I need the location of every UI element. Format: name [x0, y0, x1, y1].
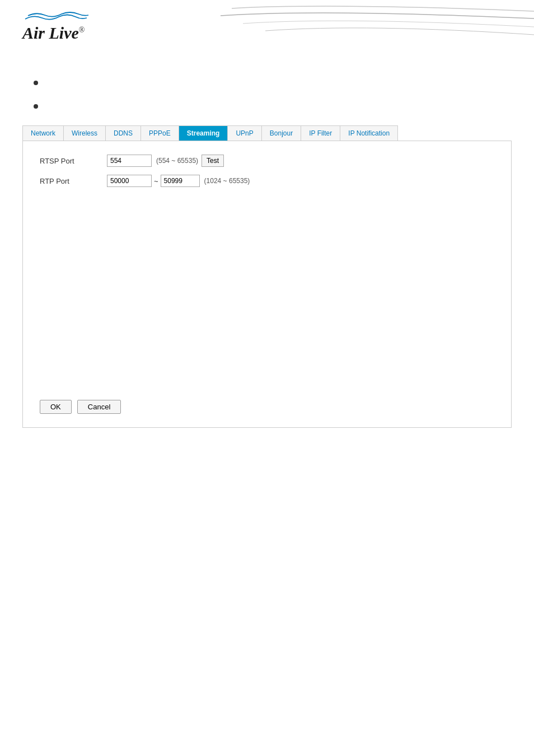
logo-text: Air Live®	[22, 24, 85, 43]
logo-waves	[22, 11, 90, 22]
tab-wireless[interactable]: Wireless	[64, 126, 106, 141]
rtp-port-row: RTP Port ~ (1024 ~ 65535)	[40, 175, 494, 187]
tab-bonjour[interactable]: Bonjour	[262, 126, 301, 141]
rtsp-port-label: RTSP Port	[40, 157, 107, 165]
rtp-port-tilde: ~	[154, 177, 158, 185]
rtp-port-end-input[interactable]	[161, 175, 200, 187]
tab-upnp[interactable]: UPnP	[228, 126, 261, 141]
bullet-item-1	[34, 78, 512, 85]
logo-registered: ®	[79, 26, 85, 34]
tab-ip-filter[interactable]: IP Filter	[301, 126, 340, 141]
header: Air Live®	[0, 0, 534, 62]
ok-button[interactable]: OK	[40, 400, 72, 414]
tab-ip-notification[interactable]: IP Notification	[340, 126, 397, 141]
rtp-port-start-input[interactable]	[107, 175, 152, 187]
bullet-section	[22, 78, 512, 109]
tabs-row: Network Wireless DDNS PPPoE Streaming UP…	[22, 125, 398, 141]
streaming-panel: RTSP Port (554 ~ 65535) Test RTP Port ~ …	[22, 141, 512, 428]
tab-pppoe[interactable]: PPPoE	[141, 126, 179, 141]
rtsp-port-input[interactable]	[107, 155, 152, 167]
rtp-port-hint: (1024 ~ 65535)	[204, 177, 250, 185]
rtsp-port-hint: (554 ~ 65535)	[156, 157, 198, 165]
bullet-item-2	[34, 102, 512, 109]
cancel-button[interactable]: Cancel	[77, 400, 121, 414]
bullet-dot-2	[34, 104, 38, 109]
rtsp-test-button[interactable]: Test	[202, 155, 224, 167]
tab-network[interactable]: Network	[23, 126, 64, 141]
button-row: OK Cancel	[40, 400, 494, 414]
logo: Air Live®	[22, 11, 90, 43]
bullet-dot-1	[34, 81, 38, 85]
rtp-port-label: RTP Port	[40, 177, 107, 185]
tab-streaming[interactable]: Streaming	[179, 126, 228, 141]
rtsp-port-row: RTSP Port (554 ~ 65535) Test	[40, 155, 494, 167]
tabs-container: Network Wireless DDNS PPPoE Streaming UP…	[22, 125, 512, 428]
tab-ddns[interactable]: DDNS	[106, 126, 141, 141]
header-decoration	[187, 0, 534, 62]
main-content: Network Wireless DDNS PPPoE Streaming UP…	[0, 62, 534, 445]
